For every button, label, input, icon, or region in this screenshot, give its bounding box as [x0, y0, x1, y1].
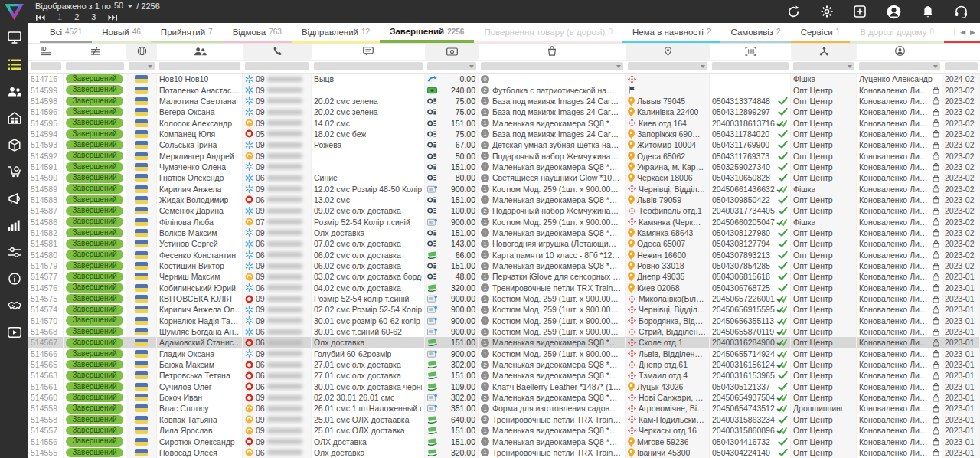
column-header-phone[interactable]	[243, 44, 312, 60]
refresh-icon[interactable]	[787, 5, 800, 18]
table-row[interactable]: 514588ЗавершенийЖидак Володимир0613.02 с…	[28, 195, 980, 205]
sidebar-item-orders-list[interactable]	[7, 59, 22, 73]
table-row[interactable]: 514589ЗавершенийКирилич Анжела0912.02 см…	[28, 183, 980, 194]
table-row[interactable]: 514565ЗавершенийБаюка Максим0627.01 смс …	[28, 359, 980, 370]
table-row[interactable]: 514582ЗавершенийВолков Максим09Олх доста…	[28, 227, 980, 238]
table-row[interactable]: 514598ЗавершенийМалютина Светлана0920.02…	[28, 96, 980, 106]
table-row[interactable]: 514593ЗавершенийСольська Ірина09Рожева67…	[28, 139, 980, 150]
table-row[interactable]: 514559ЗавершенийВлас Слотюу0626.01 смс 1…	[28, 403, 980, 414]
column-header-manager[interactable]	[857, 44, 942, 60]
table-row[interactable]: 514591ЗавершенийЧумаченко Олена09151.001…	[28, 162, 980, 172]
table-row[interactable]: 514557ЗавершенийЛила Ярослав0925.01 смс …	[28, 425, 980, 436]
settings-gear-icon[interactable]	[821, 5, 833, 18]
tab-новый[interactable]: Новый46	[92, 23, 151, 43]
tabs-scroll-right-icon[interactable]: ▶	[970, 28, 975, 36]
table-row[interactable]: 514595ЗавершенийКолосок Александр0914.02…	[28, 117, 980, 128]
filter-input-source[interactable]	[793, 62, 854, 70]
tab-відправлений[interactable]: Відправлений12	[292, 23, 380, 43]
filter-input-tracking[interactable]	[712, 62, 789, 70]
column-header-comment[interactable]	[312, 44, 425, 60]
tab-прийнятий[interactable]: Прийнятий7	[151, 23, 223, 43]
filter-input-products[interactable]	[481, 62, 623, 70]
tab-відмова[interactable]: Відмова763	[223, 23, 292, 43]
table-row[interactable]: 514558ЗавершенийКовпак Татьяна0925.01 см…	[28, 414, 980, 425]
tab-в-дорозі-додому[interactable]: В дорозі додому0	[850, 23, 944, 43]
column-header-tracking[interactable]	[710, 44, 791, 60]
filter-input-comment[interactable]	[314, 62, 423, 70]
table-row[interactable]: 514556ЗавершенийСиротюк Олександр09ОЛХ д…	[28, 436, 980, 447]
tabs-scroll-left-icon[interactable]: ◀	[960, 28, 965, 36]
table-row[interactable]: 514555ЗавершенийНовосад Олеся06Олх доста…	[28, 447, 980, 458]
filter-input-country[interactable]	[129, 62, 155, 70]
filter-input-city[interactable]	[628, 62, 707, 70]
table-row[interactable]: 514596ЗавершенийВегера Оксана0920.02 смс…	[28, 106, 980, 117]
page-number-1[interactable]: 1	[57, 12, 62, 22]
table-row[interactable]: 514561ЗавершенийСучилов Олег0630.01 смс …	[28, 381, 980, 392]
tab-нема-в-наявності[interactable]: Нема в наявності2	[622, 23, 720, 43]
notifications-bell-icon[interactable]	[922, 5, 934, 18]
table-row[interactable]: 514566ЗавершенийГладик Оксана09Голубий 6…	[28, 348, 980, 359]
filter-input-date[interactable]	[945, 62, 978, 70]
tab-повернення-товару-в-дорозі-[interactable]: Повернення товару (в дорозі)0	[474, 23, 622, 43]
filter-input-amount[interactable]	[427, 62, 476, 70]
table-row[interactable]: 514570ЗавершенийКорнелюк Надія Та…0930.0…	[28, 316, 980, 326]
tab-всі[interactable]: Всі4521	[40, 23, 92, 43]
column-header-source[interactable]	[791, 44, 857, 60]
sidebar-item-partners-handshake[interactable]	[7, 300, 22, 314]
table-row[interactable]: 514577ЗавершенийЧерниш Максим0903.02 смс…	[28, 271, 980, 282]
app-logo-icon[interactable]	[4, 2, 24, 25]
filter-input-id[interactable]	[31, 62, 61, 70]
table-row[interactable]: 514576ЗавершенийКобилинський Юрий0604.02…	[28, 283, 980, 293]
sidebar-item-video-tutorials[interactable]	[7, 327, 22, 341]
page-number-2[interactable]: 2	[74, 12, 79, 22]
sidebar-item-products-box[interactable]	[7, 139, 22, 153]
tab-завершений[interactable]: Завершений2256	[380, 23, 474, 43]
table-row[interactable]: 514586ЗавершенийФіліпова Люба07Розмір 52…	[28, 216, 980, 227]
filter-input-manager[interactable]	[859, 62, 940, 70]
profile-avatar-icon[interactable]	[887, 5, 901, 19]
page-number-3[interactable]: 3	[91, 12, 96, 22]
table-row[interactable]: 514594ЗавершенийКомпанец Юля0518.02 смс …	[28, 129, 980, 139]
comment: 03.02 смс олх доставка бордо	[312, 271, 425, 282]
filter-input-phone[interactable]	[245, 62, 309, 70]
sidebar-item-clients-people[interactable]	[7, 86, 22, 100]
column-header-products[interactable]	[479, 44, 626, 60]
per-page-select[interactable]: 50	[114, 1, 123, 11]
sidebar-item-settings-sliders[interactable]	[7, 247, 22, 260]
table-row[interactable]: 514599ЗавершенийПотапенко Анастас…09240.…	[28, 84, 980, 95]
table-row[interactable]: 514716ЗавершенийНов10 Нов1009Выцв0.000Фі…	[28, 74, 980, 84]
column-header-city[interactable]	[626, 44, 710, 60]
table-row[interactable]: 514568ЗавершенийШумляс Богдана Ан…0630.0…	[28, 326, 980, 337]
sidebar-item-cart[interactable]	[7, 166, 22, 180]
column-header-date[interactable]	[942, 44, 980, 60]
table-row[interactable]: 514579ЗавершенийКостишин Виктор0906.02 с…	[28, 260, 980, 271]
tab-сервіси[interactable]: Сервіси1	[791, 23, 851, 43]
last-page-icon[interactable]	[108, 14, 118, 21]
table-row[interactable]: 514563ЗавершенийПетровська Тетяна0627.01…	[28, 370, 980, 381]
support-headset-icon[interactable]	[955, 5, 968, 18]
sidebar-item-dashboard-monitor[interactable]	[7, 32, 22, 46]
sidebar-item-statistics-chart[interactable]	[7, 220, 22, 234]
column-header-country[interactable]	[126, 44, 157, 60]
table-row[interactable]: 514590ЗавершенийГнатюк Олексндр06Синие80…	[28, 172, 980, 183]
first-page-icon[interactable]	[35, 14, 45, 21]
sidebar-item-campaigns-megaphone[interactable]	[7, 193, 22, 207]
table-row[interactable]: 514592ЗавершенийМерклингер Андрей0950.00…	[28, 150, 980, 161]
table-row[interactable]: 514587ЗавершенийСеменюк Дарина0909.02 см…	[28, 205, 980, 216]
column-header-status[interactable]	[64, 44, 126, 60]
filter-input-status[interactable]	[66, 62, 124, 70]
table-row[interactable]: 514575ЗавершенийКВІТОВСЬКА ЮЛІЯ09Розмір …	[28, 293, 980, 304]
table-row[interactable]: 514580ЗавершенийФесенко Константин0606.0…	[28, 250, 980, 260]
add-order-icon[interactable]	[854, 5, 866, 18]
sidebar-item-info[interactable]	[7, 273, 22, 287]
table-row[interactable]: 514581ЗавершенийУстинов Сергей0607.02 см…	[28, 238, 980, 249]
sidebar-item-warehouse[interactable]	[7, 113, 22, 126]
table-row[interactable]: 514574ЗавершенийКирилич Анжела Ол…0902.0…	[28, 304, 980, 315]
tab-самовивіз[interactable]: Самовивіз2	[720, 23, 790, 43]
table-row[interactable]: 514567ЗавершенийАдамовский Станис…06Олх …	[28, 337, 980, 348]
filter-input-customer[interactable]	[159, 62, 240, 70]
table-row[interactable]: 514560ЗавершенийБокоч Иван0902.02 30.01 …	[28, 392, 980, 403]
column-header-amount[interactable]	[425, 44, 479, 60]
column-header-customer[interactable]	[157, 44, 243, 60]
column-header-id[interactable]: ID	[28, 44, 64, 60]
